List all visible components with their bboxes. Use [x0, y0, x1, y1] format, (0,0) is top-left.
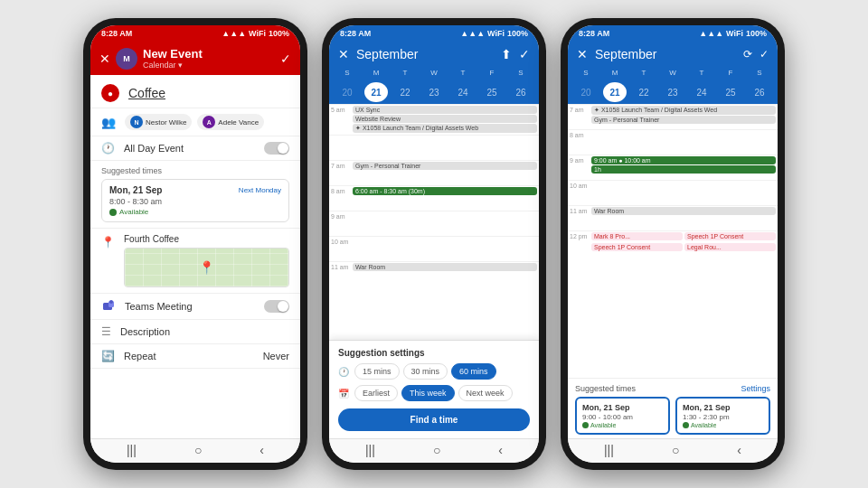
time-chip-60[interactable]: 60 mins — [451, 363, 496, 380]
p3-event-speech2[interactable]: Speech 1P Consent — [591, 243, 683, 251]
time-row-5am: 5 am UX Sync Website Review ✦ X1058 Laun… — [329, 104, 539, 135]
description-label[interactable]: Description — [120, 326, 289, 337]
p2-header: ✕ September ⬆ ✓ — [329, 42, 539, 67]
attendees-row: 👥 N Nestor Wilke A Adele Vance — [90, 108, 300, 136]
day-label-m3: M — [603, 69, 627, 77]
available-dot — [109, 209, 117, 216]
nav-back-1[interactable]: ‹ — [259, 443, 264, 457]
nav-back-2[interactable]: ‹ — [498, 443, 503, 457]
sug-time-options-row: 🕐 15 mins 30 mins 60 mins — [338, 363, 530, 380]
attendee-name-1: Nestor Wilke — [146, 118, 186, 127]
cal-day-21[interactable]: 21 — [364, 82, 388, 102]
calendar-subtitle[interactable]: Calendar ▾ — [143, 61, 275, 70]
attendee-chip-2[interactable]: A Adele Vance — [197, 114, 264, 130]
p3-cal-day-22[interactable]: 22 — [632, 82, 656, 102]
suggested-card[interactable]: Mon, 21 Sep Next Monday 8:00 - 8:30 am A… — [101, 179, 289, 222]
week-chip-this[interactable]: This week — [401, 385, 455, 401]
p2-header-icons: ⬆ ✓ — [501, 47, 530, 61]
location-name[interactable]: Fourth Coffee — [124, 234, 289, 244]
week-chip-earliest[interactable]: Earliest — [354, 385, 398, 401]
nav-home-3[interactable]: ○ — [672, 443, 679, 457]
battery-icon-3: 100% — [746, 29, 767, 38]
event-name-text[interactable]: Coffee — [128, 86, 165, 100]
week-chip-next[interactable]: Next week — [458, 385, 513, 401]
status-icons-3: ▲▲▲ WiFi 100% — [699, 29, 767, 38]
signal-icon-2: ▲▲▲ — [460, 29, 485, 38]
status-bar-3: 8:28 AM ▲▲▲ WiFi 100% — [568, 25, 778, 42]
p3-event-legal[interactable]: Legal Rou... — [684, 243, 776, 251]
cal-day-22[interactable]: 22 — [393, 82, 417, 102]
p3-cal-day-26[interactable]: 26 — [748, 82, 771, 102]
p3-settings-link[interactable]: Settings — [741, 384, 770, 393]
time-content-7am: Gym - Personal Trainer — [351, 161, 539, 172]
time-label-11am: 11 am — [329, 262, 351, 270]
p3-event-x1058[interactable]: ✦ X1058 Launch Team / Digital Assets Wed — [591, 106, 776, 115]
p3-event-gym[interactable]: Gym - Personal Trainer — [591, 116, 776, 124]
check-icon-3[interactable]: ✓ — [760, 48, 769, 61]
p3-time-label-10am: 10 am — [568, 181, 590, 189]
nav-bar-1: ||| ○ ‹ — [90, 438, 300, 463]
close-button-3[interactable]: ✕ — [577, 47, 588, 61]
cal-day-23[interactable]: 23 — [422, 82, 446, 102]
day-label-t4: T — [690, 69, 713, 77]
up-icon-2[interactable]: ⬆ — [501, 47, 512, 61]
day-label-t1: T — [393, 69, 417, 77]
wifi-icon-2: WiFi — [487, 29, 505, 38]
p1-title-section: New Event Calendar ▾ — [143, 47, 275, 70]
meeting-toggle[interactable] — [264, 300, 289, 313]
p3-event-speech1[interactable]: Speech 1P Consent — [684, 232, 776, 240]
teams-icon — [101, 299, 116, 314]
location-content: Fourth Coffee 📍 — [124, 234, 289, 287]
attendee-name-2: Adele Vance — [218, 118, 259, 127]
cal-day-25[interactable]: 25 — [480, 82, 504, 102]
nav-menu-1[interactable]: ||| — [127, 443, 137, 457]
event-ux-sync[interactable]: UX Sync — [353, 106, 537, 114]
p3-sug-card-1[interactable]: Mon, 21 Sep 9:00 - 10:00 am Available — [575, 397, 670, 435]
status-time-2: 8:28 AM — [340, 29, 371, 38]
event-slot-green[interactable]: 6:00 am - 8:30 am (30m) — [353, 187, 537, 195]
close-button-2[interactable]: ✕ — [338, 47, 349, 61]
cal-day-26[interactable]: 26 — [509, 82, 533, 102]
p3-event-mark[interactable]: Mark 8 Pro... — [591, 232, 683, 240]
p3-cal-day-21[interactable]: 21 — [603, 82, 627, 102]
p3-sug-card-2[interactable]: Mon, 21 Sep 1:30 - 2:30 pm Available — [675, 397, 770, 435]
event-x1058[interactable]: ✦ X1058 Launch Team / Digital Assets Web — [353, 124, 537, 133]
repeat-row: 🔄 Repeat Never — [90, 344, 300, 369]
sug-week-options-row: 📅 Earliest This week Next week — [338, 385, 530, 401]
event-website-review[interactable]: Website Review — [353, 115, 537, 123]
event-war-room[interactable]: War Room — [353, 263, 537, 271]
sync-icon-3[interactable]: ⟳ — [743, 48, 752, 61]
p3-cal-week: 20 21 22 23 24 25 26 — [568, 80, 778, 104]
p3-avail-dot-1 — [582, 422, 589, 428]
p3-cal-day-20[interactable]: 20 — [574, 82, 598, 102]
save-check[interactable]: ✓ — [280, 52, 291, 66]
p3-cal-day-23[interactable]: 23 — [661, 82, 684, 102]
day-label-f3: F — [719, 69, 742, 77]
cal-day-24[interactable]: 24 — [451, 82, 475, 102]
event-gym[interactable]: Gym - Personal Trainer — [353, 162, 537, 170]
nav-home-1[interactable]: ○ — [194, 443, 202, 457]
p3-event-9am[interactable]: 9:00 am ● 10:00 am — [591, 156, 776, 164]
find-time-button[interactable]: Find a time — [338, 408, 530, 431]
clock-icon: 🕐 — [101, 142, 115, 155]
p3-event-war-room[interactable]: War Room — [591, 207, 776, 215]
nav-back-3[interactable]: ‹ — [737, 443, 741, 457]
check-icon-2[interactable]: ✓ — [519, 47, 530, 61]
attendee-chip-1[interactable]: N Nestor Wilke — [125, 114, 192, 130]
nav-menu-2[interactable]: ||| — [365, 443, 375, 457]
all-day-toggle[interactable] — [264, 142, 289, 155]
time-content-11am: War Room — [351, 262, 539, 273]
time-content-10am — [351, 237, 539, 239]
p3-suggested-section: Suggested times Settings Mon, 21 Sep 9:0… — [568, 378, 778, 438]
nav-home-2[interactable]: ○ — [433, 443, 440, 457]
sug-available: Available — [109, 208, 281, 216]
time-chip-30[interactable]: 30 mins — [403, 363, 448, 380]
repeat-value[interactable]: Never — [263, 351, 289, 361]
nav-menu-3[interactable]: ||| — [604, 443, 614, 457]
p3-cal-day-24[interactable]: 24 — [690, 82, 713, 102]
p3-time-row-9am: 9 am 9:00 am ● 10:00 am 1h — [568, 155, 778, 180]
p3-cal-day-25[interactable]: 25 — [719, 82, 742, 102]
close-button-1[interactable]: ✕ — [99, 52, 110, 66]
cal-day-20[interactable]: 20 — [335, 82, 359, 102]
time-chip-15[interactable]: 15 mins — [354, 363, 400, 380]
